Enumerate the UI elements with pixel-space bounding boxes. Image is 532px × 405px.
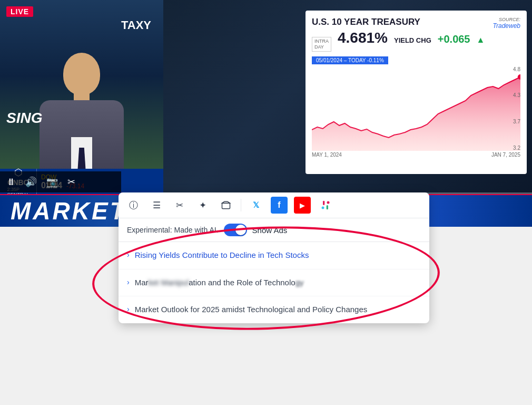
toggle-row: Experimental: Made with AI. Show Ads [119, 218, 429, 242]
popup-toolbar: ⓘ ☰ ✂ ✦ 𝕏 f ▶ [119, 192, 429, 218]
svg-rect-1 [222, 203, 230, 209]
live-badge: LIVE [6, 6, 33, 17]
y-axis-3.7: 3.7 [505, 119, 520, 124]
chart-svg-area: 4.8 4.3 3.7 3.2 [312, 66, 520, 151]
lower-third-text: SING [6, 110, 42, 127]
volume-button[interactable]: 🔊 [25, 176, 37, 188]
menu-button[interactable]: ☰ [148, 197, 165, 214]
show-ads-label: Show Ads [252, 226, 288, 235]
treasury-chart: SOURCE: Tradeweb U.S. 10 YEAR TREASURY I… [306, 11, 527, 174]
yield-arrow-icon: ▲ [477, 35, 485, 45]
article-title-3: Market Outlook for 2025 amidst Technolog… [135, 304, 368, 316]
sparkle-button[interactable]: ✦ [194, 197, 211, 214]
yield-value: 4.681% [338, 30, 388, 46]
article-item-1[interactable]: › Rising Yields Contribute to Decline in… [119, 242, 429, 269]
svg-rect-3 [327, 205, 328, 209]
y-axis-4.3: 4.3 [505, 92, 520, 98]
cut-button[interactable]: ✂ [67, 176, 75, 188]
article-chevron-1: › [127, 250, 130, 259]
overlay-text-taxy: TAXY [121, 18, 151, 32]
chart-date-range: 05/01/2024 – TODAY -0.11% [312, 56, 388, 64]
intraday-label: INTRADAY [312, 37, 331, 52]
tradeweb-logo: SOURCE: Tradeweb [493, 17, 520, 30]
yield-chg-value: +0.065 [438, 33, 470, 45]
svg-rect-2 [323, 201, 324, 205]
x-axis-start: MAY 1, 2024 [312, 152, 342, 158]
archive-button[interactable] [218, 197, 234, 214]
y-axis-4.8: 4.8 [505, 66, 520, 72]
source-label: SOURCE: [493, 17, 520, 22]
toggle-knob [235, 225, 246, 235]
treasury-chart-svg [312, 66, 520, 151]
show-ads-toggle[interactable] [224, 224, 247, 236]
video-controls-bar: ⏸ 🔊 📷 ✂ [0, 171, 121, 192]
article-title-1: Rising Yields Contribute to Decline in T… [135, 249, 309, 262]
twitter-button[interactable]: 𝕏 [248, 197, 264, 214]
chart-y-axis: 4.8 4.3 3.7 3.2 [505, 66, 520, 151]
experimental-label: Experimental: Made with AI. [127, 226, 219, 234]
svg-point-6 [327, 201, 330, 204]
screenshot-button[interactable]: 📷 [46, 176, 58, 188]
article-chevron-3: › [127, 305, 130, 313]
x-axis-end: JAN 7, 2025 [491, 152, 520, 158]
tradeweb-brand: Tradeweb [493, 22, 520, 30]
article-list: › Rising Yields Contribute to Decline in… [119, 242, 429, 323]
facebook-button[interactable]: f [271, 197, 288, 214]
slack-button[interactable] [317, 197, 334, 214]
popup-panel: ⓘ ☰ ✂ ✦ 𝕏 f ▶ Experimental: Made with AI… [119, 192, 429, 323]
anchor-figure [29, 42, 134, 190]
yield-row: INTRADAY 4.681% YIELD CHG +0.065 ▲ [312, 30, 520, 52]
article-title-2: Market Manipulation and the Role of Tech… [135, 277, 304, 289]
article-chevron-2: › [127, 278, 130, 286]
pause-button[interactable]: ⏸ [6, 177, 16, 188]
anchor-head [63, 53, 100, 95]
chart-x-axis: MAY 1, 2024 JAN 7, 2025 [312, 152, 520, 158]
y-axis-3.2: 3.2 [505, 145, 520, 151]
svg-point-5 [322, 207, 324, 209]
yield-chg-label: YIELD CHG [394, 36, 431, 44]
scissors-button[interactable]: ✂ [171, 197, 188, 214]
info-button[interactable]: ⓘ [125, 197, 142, 214]
article-item-3[interactable]: › Market Outlook for 2025 amidst Technol… [119, 296, 429, 323]
chart-title: U.S. 10 YEAR TREASURY [312, 17, 520, 27]
youtube-button[interactable]: ▶ [294, 197, 311, 214]
toolbar-divider [241, 199, 241, 211]
article-item-2[interactable]: › Market Manipulation and the Role of Te… [119, 269, 429, 297]
